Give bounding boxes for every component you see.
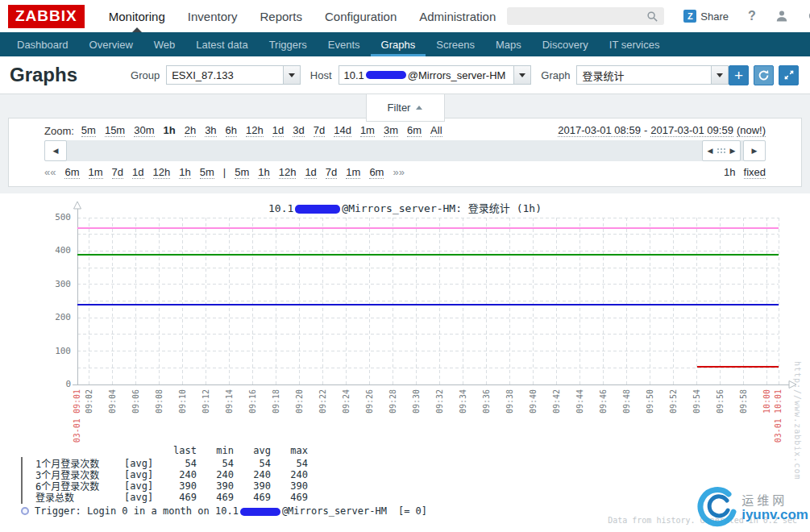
move-forward-7d[interactable]: 7d: [326, 166, 337, 179]
move-back-1d[interactable]: 1d: [132, 166, 143, 179]
redacted-ip-trigger: [240, 508, 280, 516]
menu-item-configuration[interactable]: Configuration: [314, 0, 408, 32]
move-back-12h[interactable]: 12h: [153, 166, 171, 179]
subnav-item-screens[interactable]: Screens: [426, 32, 485, 56]
zoom-option-2h[interactable]: 2h: [185, 124, 196, 137]
scrollbar-handle[interactable]: ◀▶: [702, 140, 741, 161]
subnav-item-maps[interactable]: Maps: [485, 32, 532, 56]
legend-avg-value: 469: [234, 492, 271, 503]
zabbix-share-icon: Z: [683, 10, 696, 23]
graph-title: 10.1@Mirrors_server-HM: 登录统计 (1h): [0, 200, 810, 215]
scrollbar-track[interactable]: [44, 140, 766, 161]
subnav-item-latest-data[interactable]: Latest data: [185, 32, 258, 56]
x-tick-0918: 09:18: [272, 389, 280, 414]
zoom-option-7d[interactable]: 7d: [314, 124, 325, 137]
range-to-link[interactable]: 2017-03-01 09:59: [650, 124, 733, 137]
scroll-right-button[interactable]: ▶: [743, 140, 766, 161]
zoom-option-3h[interactable]: 3h: [205, 124, 216, 137]
share-button[interactable]: Z Share: [683, 10, 729, 23]
graph-canvas[interactable]: 010020030040050009:0209:0409:0609:0809:1…: [0, 193, 810, 445]
zoom-option-15m[interactable]: 15m: [105, 124, 125, 137]
legend-avg-value: 390: [234, 480, 271, 492]
move-forward-12h[interactable]: 12h: [279, 166, 297, 179]
search-input[interactable]: [513, 10, 646, 22]
menu-item-monitoring[interactable]: Monitoring: [98, 0, 177, 32]
zoom-option-6m[interactable]: 6m: [407, 124, 422, 137]
move-forward-1h[interactable]: 1h: [258, 166, 269, 179]
period-value: 1h: [724, 166, 735, 179]
legend-avg-value: 54: [234, 458, 271, 469]
zoom-option-5m[interactable]: 5m: [81, 124, 96, 137]
move-back-6m[interactable]: 6m: [64, 166, 79, 179]
move-back-1h[interactable]: 1h: [179, 166, 190, 179]
x-tick-0914: 09:14: [225, 389, 234, 414]
legend-last-value: 54: [160, 458, 197, 469]
subnav-item-it-services[interactable]: IT services: [599, 32, 671, 56]
legend-series-func: [avg]: [124, 480, 160, 492]
move-back-1m[interactable]: 1m: [89, 166, 103, 179]
search-box[interactable]: [507, 7, 664, 25]
move-forward-5m[interactable]: 5m: [235, 166, 249, 179]
zoom-option-14d[interactable]: 14d: [334, 124, 351, 137]
legend-min-value: 390: [197, 480, 234, 492]
refresh-button[interactable]: [754, 65, 774, 85]
legend-avg-value: 240: [234, 469, 271, 480]
zabbix-logo[interactable]: ZABBIX: [8, 5, 85, 28]
move-forward-1d[interactable]: 1d: [305, 166, 316, 179]
subnav-item-triggers[interactable]: Triggers: [259, 32, 318, 56]
move-forward-1m[interactable]: 1m: [346, 166, 360, 179]
move-back-5m[interactable]: 5m: [200, 166, 214, 179]
move-forward-6m[interactable]: 6m: [369, 166, 384, 179]
zoom-option-1h[interactable]: 1h: [164, 124, 176, 137]
zoom-option-30m[interactable]: 30m: [134, 124, 154, 137]
menu-item-administration[interactable]: Administration: [408, 0, 507, 32]
subnav-item-overview[interactable]: Overview: [79, 32, 143, 56]
host-dropdown-arrow-icon[interactable]: [513, 66, 530, 84]
graph-panel: 10.1@Mirrors_server-HM: 登录统计 (1h) 010020…: [0, 193, 810, 517]
zoom-option-All[interactable]: All: [430, 124, 442, 137]
menu-item-inventory[interactable]: Inventory: [177, 0, 249, 32]
graph-select[interactable]: 登录统计: [576, 65, 729, 85]
move-back-7d[interactable]: 7d: [112, 166, 123, 179]
zoom-option-3m[interactable]: 3m: [384, 124, 398, 137]
filter-tab[interactable]: Filter: [366, 94, 445, 122]
collapse-caret-icon: [416, 106, 422, 110]
legend-header-avg: avg: [234, 445, 271, 456]
legend-series-name: 登录总数: [35, 490, 124, 504]
time-scrollbar[interactable]: ◀ ◀▶ ▶: [44, 140, 766, 161]
fullscreen-button[interactable]: [779, 65, 799, 85]
zoom-option-6h[interactable]: 6h: [226, 124, 237, 137]
host-select[interactable]: 10.1@Mirrors_server-HM: [339, 65, 532, 85]
group-select[interactable]: ESXI_87.133: [166, 65, 301, 85]
fullscreen-icon: [783, 69, 795, 81]
zoom-option-1d[interactable]: 1d: [272, 124, 284, 137]
user-profile-icon[interactable]: [775, 10, 788, 23]
zabbix-url-watermark: http://www.zabbix.com: [793, 361, 802, 480]
top-right-controls: Z Share ?: [507, 7, 810, 25]
menu-item-reports[interactable]: Reports: [248, 0, 314, 32]
subnav-item-web[interactable]: Web: [143, 32, 186, 56]
zoom-links: 5m15m30m1h2h3h6h12h1d3d7d14d1m3m6mAll: [81, 124, 442, 137]
group-dropdown-arrow-icon[interactable]: [283, 66, 300, 84]
move-forward-fast[interactable]: »»: [393, 166, 404, 179]
zoom-option-1m[interactable]: 1m: [360, 124, 375, 137]
subnav-item-discovery[interactable]: Discovery: [532, 32, 599, 56]
fixed-link[interactable]: fixed: [744, 166, 766, 179]
move-back-fast[interactable]: ««: [44, 166, 56, 179]
scroll-left-button[interactable]: ◀: [44, 140, 67, 161]
graph-dropdown-arrow-icon[interactable]: [711, 66, 728, 84]
zoom-option-12h[interactable]: 12h: [246, 124, 264, 137]
range-now-link[interactable]: (now!): [737, 124, 766, 137]
period-controls: 1h fixed: [724, 166, 766, 179]
subnav-item-events[interactable]: Events: [318, 32, 371, 56]
subnav-item-graphs[interactable]: Graphs: [371, 32, 426, 56]
help-button[interactable]: ?: [748, 9, 756, 23]
group-select-value: ESXI_87.133: [167, 66, 283, 84]
monitoring-sub-nav: DashboardOverviewWebLatest dataTriggersE…: [0, 32, 810, 56]
graphs-toolbar: Graphs Group ESXI_87.133 Host 10.1@Mirro…: [0, 56, 810, 94]
search-icon[interactable]: [646, 10, 658, 23]
subnav-item-dashboard[interactable]: Dashboard: [6, 32, 79, 56]
range-from-link[interactable]: 2017-03-01 08:59: [558, 124, 641, 137]
zoom-option-3d[interactable]: 3d: [293, 124, 304, 137]
add-graph-button[interactable]: +: [729, 65, 749, 85]
